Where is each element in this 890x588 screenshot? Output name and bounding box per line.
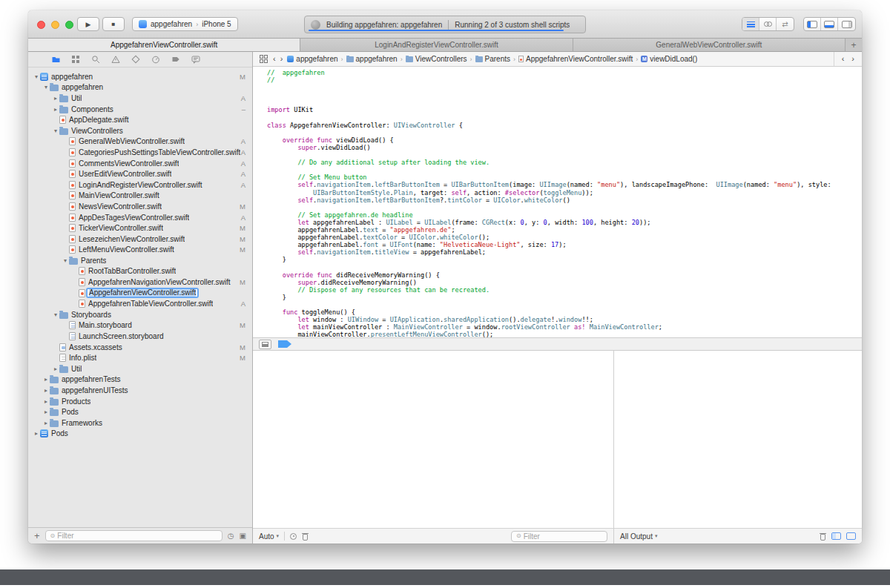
- editor-tab[interactable]: AppgefahrenViewController.swift: [28, 39, 300, 51]
- zoom-button[interactable]: [65, 21, 73, 29]
- assistant-editor-button[interactable]: [759, 18, 777, 30]
- file-tree-row[interactable]: NewsViewController.swiftM: [28, 201, 252, 212]
- file-tree-row[interactable]: ▾Storyboards: [28, 309, 252, 320]
- breadcrumb-item[interactable]: appgefahren: [287, 55, 337, 63]
- disclosure-triangle[interactable]: ▸: [52, 106, 59, 113]
- disclosure-triangle[interactable]: ▾: [62, 257, 69, 264]
- disclosure-triangle[interactable]: ▸: [42, 376, 50, 383]
- source-control-filter-icon[interactable]: ▣: [240, 532, 246, 540]
- disclosure-triangle[interactable]: ▸: [33, 430, 40, 437]
- issue-navigator-icon[interactable]: [111, 54, 121, 65]
- breadcrumb-item[interactable]: AppgefahrenViewController.swift: [518, 55, 633, 63]
- variables-scope-popup[interactable]: Auto ▾: [259, 532, 279, 541]
- stop-button[interactable]: ■: [102, 17, 125, 31]
- standard-editor-button[interactable]: [742, 18, 759, 30]
- editor-tab[interactable]: LoginAndRegisterViewController.swift: [300, 39, 573, 51]
- new-tab-button[interactable]: +: [846, 39, 862, 51]
- console-output[interactable]: [614, 351, 862, 528]
- navigator-filter-input[interactable]: [57, 532, 217, 540]
- minimize-button[interactable]: [51, 21, 59, 29]
- code-editor[interactable]: // appgefahren// import UIKit class Appg…: [253, 67, 862, 337]
- file-tree-row[interactable]: ▾Parents: [28, 255, 252, 266]
- trash-icon[interactable]: [302, 532, 309, 541]
- editor-tab[interactable]: GeneralWebViewController.swift: [573, 39, 846, 51]
- console-toggle-icon[interactable]: [846, 532, 856, 540]
- recent-files-filter-icon[interactable]: ◷: [228, 532, 234, 540]
- file-tree-row[interactable]: ▾appgefahren: [28, 82, 252, 93]
- disclosure-triangle[interactable]: ▸: [42, 420, 50, 426]
- file-tree-row[interactable]: LaunchScreen.storyboard: [28, 331, 252, 342]
- file-tree-row[interactable]: LeftMenuViewController.swiftM: [28, 245, 252, 256]
- version-editor-button[interactable]: ⇄: [777, 18, 794, 30]
- rename-field[interactable]: AppgefahrenViewController.swift: [86, 288, 199, 298]
- file-tree-row[interactable]: LesezeichenViewController.swiftM: [28, 234, 252, 245]
- breadcrumb-item[interactable]: ViewControllers: [406, 55, 467, 63]
- hide-debug-area-button[interactable]: [259, 340, 271, 349]
- run-button[interactable]: ▶: [77, 17, 99, 31]
- file-tree-row[interactable]: AppgefahrenTableViewController.swiftA: [28, 298, 252, 309]
- file-tree-row[interactable]: RootTabBarController.swift: [28, 266, 252, 277]
- forward-button[interactable]: ›: [280, 55, 283, 63]
- console-scope-popup[interactable]: All Output ▾: [620, 532, 657, 541]
- report-navigator-icon[interactable]: [191, 54, 201, 65]
- breakpoint-navigator-icon[interactable]: [171, 54, 181, 65]
- file-tree-row[interactable]: AppgefahrenNavigationViewController.swif…: [28, 277, 252, 288]
- file-tree-row[interactable]: TickerViewController.swiftM: [28, 222, 252, 234]
- back-button[interactable]: ‹: [273, 55, 276, 63]
- project-navigator-icon[interactable]: [50, 54, 61, 65]
- toggle-navigator-button[interactable]: [804, 18, 821, 30]
- disclosure-triangle[interactable]: ▸: [52, 95, 59, 102]
- file-tree-row[interactable]: Main.storyboardM: [28, 320, 252, 331]
- file-tree-row[interactable]: ▸Pods: [28, 406, 252, 417]
- disclosure-triangle[interactable]: ▸: [52, 366, 59, 372]
- file-tree-row[interactable]: ▸Util: [28, 363, 252, 374]
- file-tree-row[interactable]: CategoriesPushSettingsTableViewControlle…: [28, 147, 252, 158]
- file-tree-row[interactable]: ▾ViewControllers: [28, 125, 252, 136]
- breadcrumb-item[interactable]: MviewDidLoad(): [641, 55, 697, 63]
- breadcrumb-item[interactable]: appgefahren: [346, 55, 398, 63]
- disclosure-triangle[interactable]: ▸: [42, 409, 50, 415]
- breadcrumb-item[interactable]: Parents: [475, 55, 510, 63]
- file-tree-row[interactable]: ▾appgefahrenM: [28, 71, 252, 82]
- clear-console-icon[interactable]: [820, 532, 826, 541]
- file-tree-row[interactable]: Info.plistM: [28, 352, 252, 363]
- disclosure-triangle[interactable]: ▾: [52, 311, 59, 318]
- eye-icon[interactable]: [290, 533, 297, 540]
- find-navigator-icon[interactable]: [90, 54, 101, 65]
- test-navigator-icon[interactable]: [131, 54, 141, 65]
- file-tree-row[interactable]: ▸Frameworks: [28, 417, 252, 429]
- file-tree-row[interactable]: ▸appgefahrenTests: [28, 374, 252, 386]
- disclosure-triangle[interactable]: ▾: [42, 84, 50, 90]
- file-tree-row[interactable]: ▸Pods: [28, 429, 252, 440]
- symbol-navigator-icon[interactable]: [70, 54, 81, 65]
- file-tree-row[interactable]: ▸UtilA: [28, 93, 252, 104]
- breakpoint-arrow-icon[interactable]: [278, 340, 291, 348]
- variables-filter-input[interactable]: [524, 532, 602, 541]
- file-tree-row[interactable]: LoginAndRegisterViewController.swiftA: [28, 179, 252, 191]
- file-tree-row[interactable]: ▸Products: [28, 396, 252, 407]
- file-tree-row[interactable]: Assets.xcassetsM: [28, 342, 252, 353]
- file-tree-row[interactable]: CommentsViewController.swiftA: [28, 158, 252, 169]
- add-file-button[interactable]: +: [34, 531, 40, 541]
- close-button[interactable]: [37, 21, 45, 29]
- file-tree-row[interactable]: AppDelegate.swift: [28, 114, 252, 125]
- scheme-selector[interactable]: appgefahren › iPhone 5: [132, 17, 238, 31]
- previous-counterpart-button[interactable]: ‹: [842, 55, 845, 63]
- disclosure-triangle[interactable]: ▾: [33, 73, 40, 80]
- variables-view[interactable]: [253, 351, 613, 528]
- variables-toggle-icon[interactable]: [831, 532, 841, 540]
- related-items-icon[interactable]: [258, 54, 268, 65]
- toggle-utilities-button[interactable]: [838, 18, 855, 30]
- disclosure-triangle[interactable]: ▾: [52, 128, 59, 134]
- debug-navigator-icon[interactable]: [151, 54, 161, 65]
- disclosure-triangle[interactable]: ▸: [42, 398, 50, 405]
- file-tree-row[interactable]: ▸Components–: [28, 104, 252, 115]
- toggle-debug-area-button[interactable]: [821, 18, 838, 30]
- file-tree-row[interactable]: GeneralWebViewController.swiftA: [28, 136, 252, 148]
- file-tree-row[interactable]: ▸appgefahrenUITests: [28, 385, 252, 396]
- next-counterpart-button[interactable]: ›: [851, 55, 854, 63]
- disclosure-triangle[interactable]: ▸: [42, 387, 50, 394]
- file-tree-row[interactable]: UserEditViewController.swiftA: [28, 168, 252, 179]
- file-tree-row[interactable]: AppgefahrenViewController.swift: [28, 288, 252, 299]
- file-tree-row[interactable]: MainViewController.swift: [28, 191, 252, 202]
